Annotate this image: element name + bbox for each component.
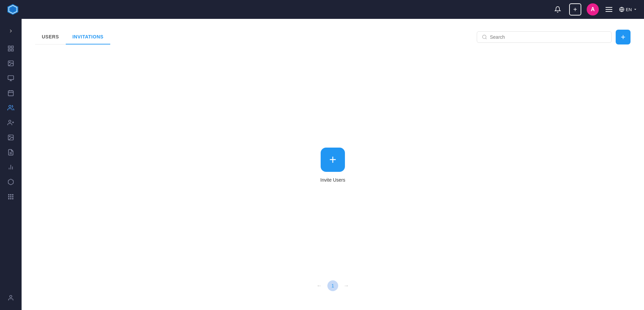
hamburger-menu-button[interactable] [604, 6, 614, 13]
image2-icon [7, 75, 14, 82]
sidebar [0, 19, 22, 310]
svg-rect-7 [8, 49, 10, 51]
pagination: ← 1 → [35, 275, 631, 299]
search-container: + [477, 30, 631, 44]
sidebar-item-user-add[interactable] [4, 116, 18, 129]
pagination-prev-button[interactable]: ← [314, 280, 325, 291]
svg-point-36 [10, 198, 11, 199]
tab-users[interactable]: USERS [35, 30, 66, 44]
svg-point-31 [12, 194, 13, 195]
topnav-right: + A EN [552, 3, 637, 16]
pagination-page-1[interactable]: 1 [327, 280, 338, 291]
svg-point-33 [10, 196, 11, 197]
sidebar-item-gallery1[interactable] [4, 57, 18, 70]
svg-line-40 [486, 38, 487, 39]
svg-point-35 [8, 198, 9, 199]
content-center: + Invite Users [35, 55, 631, 275]
svg-point-30 [10, 194, 11, 195]
sidebar-item-box[interactable] [4, 175, 18, 189]
sidebar-item-gallery2[interactable] [4, 71, 18, 85]
image-icon [7, 60, 14, 67]
sidebar-item-analytics[interactable] [4, 160, 18, 174]
header-row: USERS INVITATIONS + [35, 30, 631, 44]
user-plus-icon [7, 119, 14, 126]
apps-icon [7, 193, 14, 200]
sidebar-item-users[interactable] [4, 101, 18, 115]
sidebar-toggle-button[interactable] [4, 24, 18, 38]
grid-icon [7, 45, 14, 52]
sidebar-item-calendar[interactable] [4, 86, 18, 100]
svg-rect-8 [11, 49, 13, 51]
calendar-icon [7, 90, 14, 96]
chevron-right-icon [8, 28, 13, 34]
search-icon [482, 34, 487, 40]
svg-point-29 [8, 194, 9, 195]
invite-users-button[interactable]: + [321, 148, 345, 172]
tabs: USERS INVITATIONS [35, 30, 110, 44]
svg-point-18 [9, 105, 11, 108]
sidebar-item-grid2[interactable] [4, 190, 18, 204]
svg-point-37 [12, 198, 13, 199]
search-box [477, 31, 612, 43]
main-content: USERS INVITATIONS + + Invite Users ← 1 → [22, 19, 644, 310]
svg-point-38 [10, 296, 12, 298]
globe-icon [619, 7, 624, 12]
svg-point-19 [9, 120, 11, 123]
svg-rect-6 [11, 46, 13, 48]
svg-rect-11 [8, 76, 14, 80]
box-icon [7, 179, 14, 185]
lang-label: EN [626, 7, 632, 12]
pagination-next-button[interactable]: → [341, 280, 352, 291]
sidebar-item-dashboard[interactable] [4, 42, 18, 55]
add-invitation-button[interactable]: + [616, 30, 631, 44]
svg-rect-5 [8, 46, 10, 48]
person-icon [7, 294, 14, 301]
language-selector-button[interactable]: EN [619, 7, 637, 12]
topnav-left [7, 3, 19, 16]
svg-point-39 [482, 35, 486, 39]
invite-users-label: Invite Users [320, 177, 345, 183]
search-input[interactable] [490, 34, 607, 40]
svg-point-34 [12, 196, 13, 197]
tab-invitations[interactable]: INVITATIONS [66, 30, 110, 44]
avatar[interactable]: A [587, 3, 599, 16]
svg-rect-14 [8, 91, 13, 96]
media-icon [7, 134, 14, 141]
sidebar-item-document[interactable] [4, 146, 18, 159]
topnav: + A EN [0, 0, 644, 19]
svg-point-10 [9, 62, 10, 63]
file-icon [7, 149, 14, 156]
svg-point-23 [9, 136, 10, 137]
sidebar-item-media[interactable] [4, 131, 18, 144]
topnav-add-button[interactable]: + [569, 3, 581, 16]
sidebar-item-profile[interactable] [4, 291, 18, 305]
notification-bell-button[interactable] [552, 3, 564, 16]
bar-chart-icon [7, 164, 14, 170]
svg-point-32 [8, 196, 9, 197]
chevron-down-icon [633, 7, 637, 11]
users-icon [7, 104, 14, 111]
app-logo [7, 3, 19, 16]
